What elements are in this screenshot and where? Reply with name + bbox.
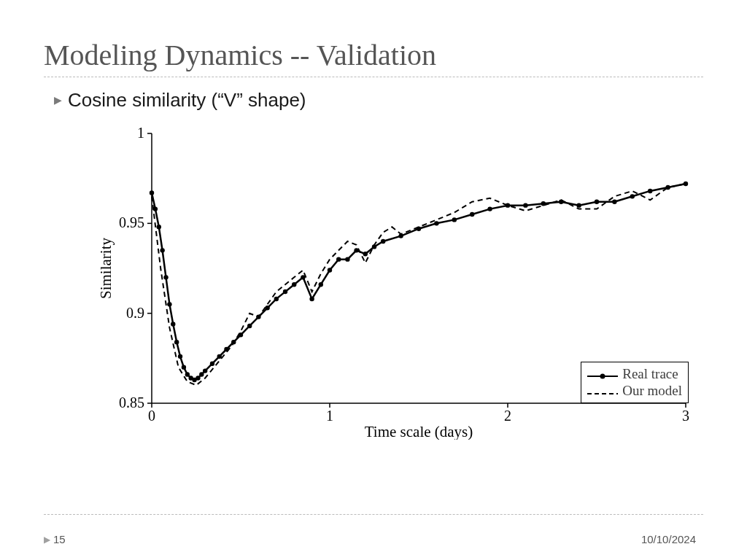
svg-point-62 [487,206,492,211]
svg-point-69 [612,200,616,204]
svg-point-41 [247,324,252,328]
svg-text:Similarity: Similarity [97,238,115,300]
svg-point-59 [434,221,438,225]
svg-text:0: 0 [148,408,155,424]
svg-point-75 [600,374,605,379]
svg-text:2: 2 [504,408,511,424]
svg-point-27 [174,340,179,344]
svg-point-60 [452,217,457,222]
svg-point-29 [182,365,186,369]
legend: Real trace Our model [581,362,689,404]
svg-point-23 [160,248,164,252]
legend-entry-real-trace: Real trace [587,365,682,383]
slide: Modeling Dynamics -- Validation ▶ Cosine… [0,0,747,560]
footer: ▶ 15 10/10/2024 [44,533,696,545]
slide-number: ▶ 15 [44,533,66,545]
svg-point-68 [595,200,599,204]
triangle-icon: ▶ [44,534,50,545]
triangle-bullet-icon: ▶ [54,94,62,106]
svg-point-71 [648,189,652,193]
slide-title: Modeling Dynamics -- Validation [44,38,703,72]
svg-point-34 [199,372,204,376]
svg-text:Time scale (days): Time scale (days) [365,423,473,440]
svg-point-46 [292,282,296,287]
svg-point-70 [630,194,635,198]
svg-point-24 [163,275,168,279]
svg-point-22 [157,225,161,229]
svg-point-45 [283,289,287,294]
svg-point-64 [523,203,527,207]
svg-point-67 [576,203,581,207]
svg-point-20 [150,190,154,195]
svg-point-73 [684,182,688,186]
legend-label: Real trace [622,365,678,383]
slide-number-value: 15 [53,533,66,545]
legend-swatch-dashed [587,386,618,396]
svg-point-61 [470,212,474,217]
svg-point-54 [363,252,368,256]
footer-divider [44,514,703,515]
title-divider [44,77,703,77]
chart-container: 01230.850.90.951Time scale (days)Similar… [95,126,693,440]
legend-swatch-solid [587,368,618,378]
svg-text:0.85: 0.85 [119,394,144,411]
svg-point-26 [171,322,175,326]
legend-entry-our-model: Our model [587,382,682,400]
svg-point-50 [328,268,332,272]
bullet-item: ▶ Cosine similarity (“V” shape) [54,89,703,112]
svg-point-52 [345,257,349,261]
svg-point-56 [381,239,385,244]
svg-text:0.95: 0.95 [119,214,144,230]
svg-text:1: 1 [326,408,333,424]
slide-date: 10/10/2024 [641,533,696,545]
svg-point-28 [178,354,182,359]
bullet-text: Cosine similarity (“V” shape) [68,89,306,112]
svg-text:3: 3 [682,408,689,424]
svg-text:1: 1 [137,126,144,141]
svg-point-43 [265,306,269,310]
legend-label: Our model [622,382,682,400]
svg-point-49 [319,282,323,287]
svg-point-33 [196,376,200,380]
svg-point-25 [167,302,171,306]
svg-point-44 [274,297,279,301]
svg-point-35 [203,368,207,373]
svg-point-36 [210,362,214,366]
svg-point-30 [185,372,190,376]
svg-point-51 [336,257,341,261]
svg-text:0.9: 0.9 [126,305,144,321]
svg-point-48 [309,297,314,301]
